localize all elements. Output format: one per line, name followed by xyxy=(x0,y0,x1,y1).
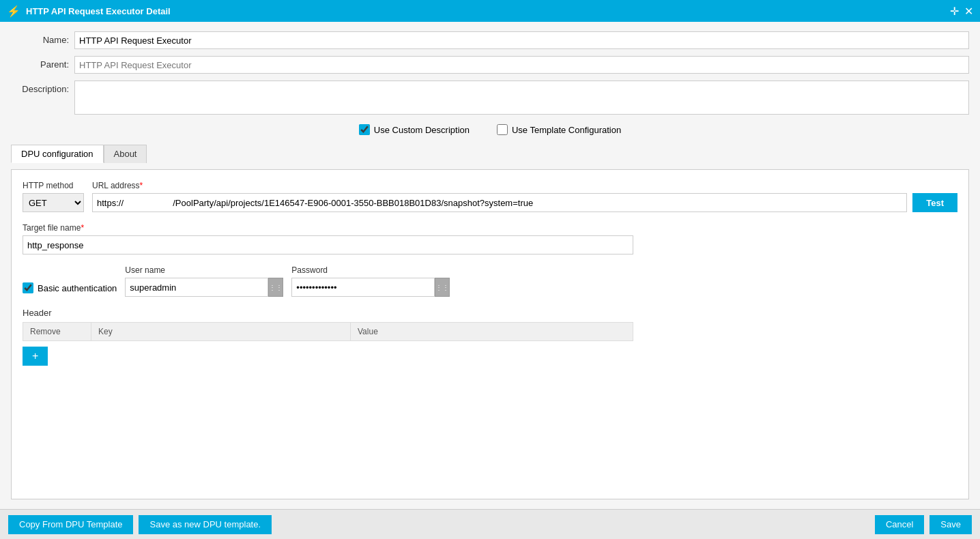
description-label: Description: xyxy=(11,81,69,94)
col-key: Key xyxy=(91,323,351,341)
url-address-group: URL address* Test xyxy=(92,181,957,212)
content-area: Name: Parent: Description: Use Custom De… xyxy=(0,22,980,509)
tab-dpu-configuration[interactable]: DPU configuration xyxy=(11,145,104,163)
use-custom-description-item: Use Custom Description xyxy=(359,124,470,135)
use-template-config-label: Use Template Configuration xyxy=(512,125,621,135)
username-input-wrap: ⋮⋮ xyxy=(125,278,283,297)
url-label: URL address* xyxy=(92,181,957,190)
http-method-group: HTTP method GET POST PUT DELETE PATCH xyxy=(23,181,84,212)
password-group: Password ⋮⋮ xyxy=(291,265,450,297)
titlebar-controls: ✛ ✕ xyxy=(950,5,973,18)
auth-row: Basic authentication User name ⋮⋮ Passwo… xyxy=(23,265,957,297)
use-custom-description-checkbox[interactable] xyxy=(359,124,370,135)
description-row: Description: xyxy=(11,81,969,115)
parent-input[interactable] xyxy=(74,56,969,74)
username-group: User name ⋮⋮ xyxy=(125,265,283,297)
move-icon[interactable]: ✛ xyxy=(950,5,959,18)
use-template-config-checkbox[interactable] xyxy=(497,124,508,135)
tab-about[interactable]: About xyxy=(104,145,147,163)
save-button[interactable]: Save xyxy=(929,515,972,534)
checkbox-row: Use Custom Description Use Template Conf… xyxy=(11,121,969,138)
header-section-title: Header xyxy=(23,308,957,318)
basic-auth-checkbox[interactable] xyxy=(23,282,33,293)
basic-auth-checkbox-group: Basic authentication xyxy=(23,282,117,297)
use-custom-description-label: Use Custom Description xyxy=(374,125,470,135)
main-window: ⚡ HTTP API Request Executor Detail ✛ ✕ N… xyxy=(0,0,980,539)
name-row: Name: xyxy=(11,31,969,49)
name-label: Name: xyxy=(11,31,69,45)
parent-row: Parent: xyxy=(11,56,969,74)
tab-strip: DPU configuration About xyxy=(11,145,969,163)
header-table: Remove Key Value xyxy=(23,322,633,341)
target-filename-label: Target file name* xyxy=(23,223,957,233)
titlebar-icon: ⚡ xyxy=(7,5,20,18)
cancel-button[interactable]: Cancel xyxy=(875,515,924,534)
description-input[interactable] xyxy=(74,81,969,115)
parent-label: Parent: xyxy=(11,56,69,70)
footer-left: Copy From DPU Template Save as new DPU t… xyxy=(8,515,875,534)
titlebar: ⚡ HTTP API Request Executor Detail ✛ ✕ xyxy=(0,0,980,22)
username-label: User name xyxy=(125,265,283,275)
footer: Copy From DPU Template Save as new DPU t… xyxy=(0,509,980,539)
use-template-config-item: Use Template Configuration xyxy=(497,124,621,135)
basic-auth-label: Basic authentication xyxy=(38,283,117,293)
http-url-row: HTTP method GET POST PUT DELETE PATCH UR… xyxy=(23,181,957,212)
username-input[interactable] xyxy=(125,278,268,297)
http-method-label: HTTP method xyxy=(23,181,84,190)
name-input[interactable] xyxy=(74,31,969,49)
col-value: Value xyxy=(351,323,633,341)
header-section: Header Remove Key Value + xyxy=(23,308,957,366)
col-remove: Remove xyxy=(23,323,91,341)
password-input-wrap: ⋮⋮ xyxy=(291,278,450,297)
close-icon[interactable]: ✕ xyxy=(964,5,973,18)
username-options-button[interactable]: ⋮⋮ xyxy=(268,278,283,297)
password-input[interactable] xyxy=(291,278,435,297)
target-filename-row: Target file name* xyxy=(23,223,957,254)
target-filename-input[interactable] xyxy=(23,235,633,254)
header-table-header-row: Remove Key Value xyxy=(23,323,633,341)
http-method-select[interactable]: GET POST PUT DELETE PATCH xyxy=(23,193,84,212)
titlebar-title: HTTP API Request Executor Detail xyxy=(26,6,950,16)
footer-right: Cancel Save xyxy=(875,515,972,534)
password-label: Password xyxy=(291,265,450,275)
test-button[interactable]: Test xyxy=(912,193,957,212)
copy-from-dpu-button[interactable]: Copy From DPU Template xyxy=(8,515,133,534)
password-options-button[interactable]: ⋮⋮ xyxy=(435,278,450,297)
tab-panel-dpu: HTTP method GET POST PUT DELETE PATCH UR… xyxy=(11,169,969,499)
add-header-button[interactable]: + xyxy=(23,347,48,366)
save-as-dpu-button[interactable]: Save as new DPU template. xyxy=(139,515,272,534)
url-input[interactable] xyxy=(92,193,907,212)
